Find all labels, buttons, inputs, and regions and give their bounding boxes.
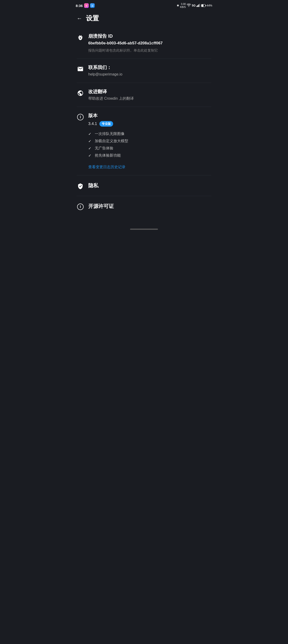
translation-item[interactable]: 改进翻译 帮助改进 Crowdin 上的翻译 — [77, 84, 211, 106]
check-icon-3: ✓ — [88, 146, 92, 150]
feature-text-4: 抢先体验新功能 — [95, 153, 121, 158]
svg-rect-9 — [201, 5, 204, 7]
translation-title: 改进翻译 — [88, 88, 211, 94]
crash-report-description: 报告问题时请包含此标识符。单击此处复制它 — [88, 48, 211, 53]
crash-report-text: 崩溃报告 ID 6befbb0e-b003-45d6-ab57-d208a1cf… — [88, 33, 211, 53]
divider-1 — [77, 58, 211, 59]
changelog-link[interactable]: 查看变更日志历史记录 — [88, 165, 126, 170]
svg-text:A: A — [92, 5, 93, 7]
crash-report-title: 崩溃报告 ID — [88, 33, 211, 39]
crash-report-id: 6befbb0e-b003-45d6-ab57-d208a1cff067 — [88, 40, 211, 46]
open-source-icon: i — [77, 203, 84, 210]
feature-text-3: 无广告体验 — [95, 146, 113, 151]
svg-rect-5 — [198, 5, 198, 7]
globe-icon — [77, 90, 84, 97]
svg-rect-6 — [198, 4, 199, 7]
check-icon-1: ✓ — [88, 132, 92, 136]
svg-rect-10 — [206, 5, 206, 6]
contact-text: 联系我们： help@superimage.io — [88, 64, 211, 77]
battery-icon: 44% — [201, 4, 212, 7]
feature-item-1: ✓ 一次排队无限图像 — [88, 130, 211, 138]
feature-text-2: 加载自定义放大模型 — [95, 139, 128, 144]
feature-list: ✓ 一次排队无限图像 ✓ 加载自定义放大模型 ✓ 无广告体验 ✓ 抢先体验新功能 — [88, 130, 211, 159]
version-row: 3.4.1 专业版 — [88, 121, 211, 126]
bluetooth-icon: ✱ — [177, 4, 179, 7]
check-icon-2: ✓ — [88, 139, 92, 143]
version-title: 版本 — [88, 112, 211, 119]
status-time: 8:36 — [76, 4, 83, 8]
back-button[interactable]: ← — [77, 16, 82, 21]
info-circle-icon: i — [77, 114, 84, 120]
feature-item-2: ✓ 加载自定义放大模型 — [88, 138, 211, 145]
open-source-item[interactable]: i 开源许可证 — [77, 197, 211, 216]
signal-bars — [196, 4, 200, 8]
status-right: ✱ 3.00KB/S 5G 44% — [177, 2, 212, 8]
bug-icon — [77, 34, 84, 41]
divider-4 — [77, 175, 211, 176]
status-left: 8:36 S A — [76, 3, 95, 8]
translation-description: 帮助改进 Crowdin 上的翻译 — [88, 96, 211, 101]
pro-badge: 专业版 — [100, 121, 113, 126]
network-speed: 3.00KB/S — [180, 2, 186, 8]
svg-text:S: S — [86, 5, 87, 7]
version-section: i 版本 3.4.1 专业版 ✓ 一次排队无限图像 ✓ 加载自定义放大模型 ✓ … — [77, 108, 211, 174]
contact-title: 联系我们： — [88, 64, 211, 70]
contact-email: help@superimage.io — [88, 72, 211, 77]
shield-privacy-icon — [77, 182, 84, 190]
crash-report-item[interactable]: 崩溃报告 ID 6befbb0e-b003-45d6-ab57-d208a1cf… — [77, 28, 211, 58]
email-icon — [77, 65, 84, 73]
info-open-source-icon: i — [77, 204, 84, 210]
home-bar — [130, 228, 158, 230]
divider-2 — [77, 83, 211, 83]
version-number: 3.4.1 — [88, 122, 97, 126]
feature-text-1: 一次排队无限图像 — [95, 132, 124, 136]
svg-rect-4 — [196, 6, 197, 7]
translation-text: 改进翻译 帮助改进 Crowdin 上的翻译 — [88, 88, 211, 101]
wifi-icon — [187, 4, 191, 8]
soul-app-icon: S — [84, 3, 89, 8]
info-icon: i — [77, 113, 84, 121]
svg-rect-7 — [199, 4, 200, 7]
version-content: 版本 3.4.1 专业版 ✓ 一次排队无限图像 ✓ 加载自定义放大模型 ✓ 无广… — [88, 112, 211, 170]
check-icon-4: ✓ — [88, 153, 92, 158]
feature-item-4: ✓ 抢先体验新功能 — [88, 152, 211, 159]
open-source-title: 开源许可证 — [88, 203, 114, 210]
status-bar: 8:36 S A ✱ 3.00KB/S 5G — [72, 0, 216, 10]
page-title: 设置 — [86, 14, 99, 23]
feature-item-3: ✓ 无广告体验 — [88, 145, 211, 152]
privacy-item[interactable]: 隐私 — [77, 176, 211, 195]
home-indicator — [72, 225, 216, 232]
contact-item[interactable]: 联系我们： help@superimage.io — [77, 60, 211, 82]
secondary-app-icon: A — [90, 3, 95, 8]
settings-content: 崩溃报告 ID 6befbb0e-b003-45d6-ab57-d208a1cf… — [72, 28, 216, 216]
top-navigation: ← 设置 — [72, 10, 216, 28]
privacy-title: 隐私 — [88, 182, 98, 189]
divider-5 — [77, 196, 211, 196]
signal-5g: 5G — [192, 4, 196, 7]
